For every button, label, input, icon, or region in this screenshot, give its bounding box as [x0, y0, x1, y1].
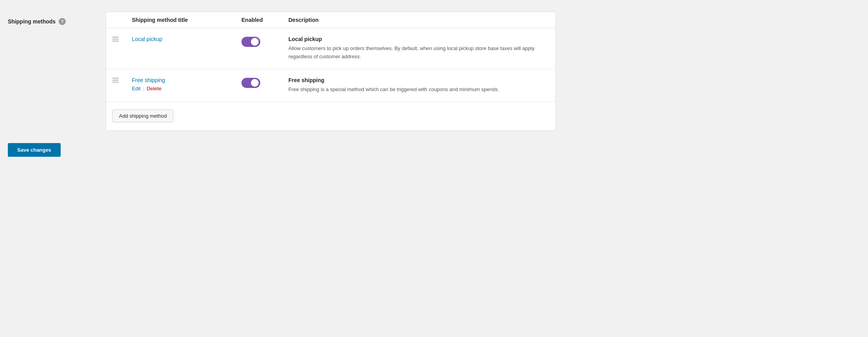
drag-handle[interactable] — [112, 36, 119, 41]
header-description: Description — [288, 17, 549, 23]
help-icon[interactable]: ? — [59, 18, 66, 25]
add-method-row: Add shipping method — [106, 102, 555, 130]
action-separator: | — [143, 86, 144, 91]
free-shipping-enabled-cell — [241, 77, 288, 88]
local-pickup-title-link[interactable]: Local pickup — [132, 36, 241, 42]
local-pickup-enabled-cell — [241, 36, 288, 47]
local-pickup-description: Local pickup Allow customers to pick up … — [288, 36, 549, 61]
add-shipping-method-button[interactable]: Add shipping method — [112, 109, 173, 122]
table-header: Shipping method title Enabled Descriptio… — [106, 12, 555, 28]
header-title: Shipping method title — [132, 17, 241, 23]
free-shipping-title-link[interactable]: Free shipping — [132, 77, 241, 83]
table-row: Local pickup Local pickup Allow customer… — [106, 28, 555, 69]
free-shipping-toggle[interactable] — [241, 78, 260, 88]
shipping-methods-table: Shipping method title Enabled Descriptio… — [106, 12, 556, 131]
free-shipping-description: Free shipping Free shipping is a special… — [288, 77, 549, 94]
method-title-cell: Free shipping Edit | Delete — [132, 77, 241, 91]
page-layout: Shipping methods ? Shipping method title… — [8, 12, 556, 131]
free-shipping-actions: Edit | Delete — [132, 86, 241, 91]
save-changes-button[interactable]: Save changes — [8, 143, 61, 157]
local-pickup-description-title: Local pickup — [288, 36, 549, 42]
free-shipping-description-title: Free shipping — [288, 77, 549, 83]
header-drag-spacer — [112, 17, 132, 23]
section-label: Shipping methods — [8, 18, 56, 25]
method-title-cell: Local pickup — [132, 36, 241, 42]
free-shipping-description-text: Free shipping is a special method which … — [288, 86, 549, 94]
drag-handle[interactable] — [112, 77, 119, 82]
sidebar-label-area: Shipping methods ? — [8, 12, 94, 25]
save-changes-area: Save changes — [8, 134, 860, 157]
free-shipping-delete-link[interactable]: Delete — [147, 86, 162, 91]
header-enabled: Enabled — [241, 17, 288, 23]
free-shipping-edit-link[interactable]: Edit — [132, 86, 140, 91]
local-pickup-toggle[interactable] — [241, 37, 260, 47]
local-pickup-description-text: Allow customers to pick up orders themse… — [288, 45, 549, 61]
table-row: Free shipping Edit | Delete Free shippin… — [106, 69, 555, 102]
